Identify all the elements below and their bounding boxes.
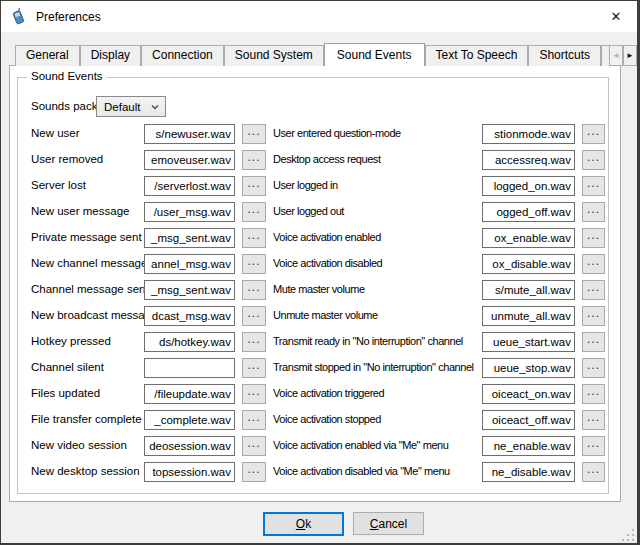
resize-grip[interactable] <box>621 528 634 541</box>
sound-file-input[interactable] <box>144 436 235 456</box>
browse-button[interactable]: ... <box>242 176 266 196</box>
browse-button[interactable]: ... <box>582 176 605 196</box>
tab-sound-events[interactable]: Sound Events <box>324 43 425 66</box>
sounds-pack-select[interactable]: Default <box>96 96 166 117</box>
sound-event-label: Transmit stopped in "No interruption" ch… <box>273 358 482 377</box>
sound-file-input[interactable] <box>144 150 235 170</box>
sound-event-row: Voice activation enabled... <box>273 228 605 254</box>
browse-button[interactable]: ... <box>242 124 266 144</box>
sound-file-input[interactable] <box>482 358 575 378</box>
browse-button[interactable]: ... <box>582 280 605 300</box>
sound-event-row: Server lost... <box>31 176 266 202</box>
sound-event-row: Channel message sent... <box>31 280 266 306</box>
sound-event-row: User logged in... <box>273 176 605 202</box>
sound-event-label: New desktop session <box>31 462 144 481</box>
tab-shortcuts[interactable]: Shortcuts <box>528 45 601 66</box>
sound-file-input[interactable] <box>144 358 235 378</box>
browse-button[interactable]: ... <box>582 254 605 274</box>
sound-event-label: User logged in <box>273 176 482 195</box>
browse-button[interactable]: ... <box>242 358 266 378</box>
browse-button[interactable]: ... <box>582 150 605 170</box>
sound-event-label: New user message <box>31 202 144 221</box>
sound-file-input[interactable] <box>144 254 235 274</box>
sound-event-label: Hotkey pressed <box>31 332 144 351</box>
sound-event-label: User removed <box>31 150 144 169</box>
sound-event-label: User logged out <box>273 202 482 221</box>
sound-file-input[interactable] <box>144 306 235 326</box>
sound-file-input[interactable] <box>482 150 575 170</box>
sound-file-input[interactable] <box>482 384 575 404</box>
browse-button[interactable]: ... <box>242 436 266 456</box>
sound-event-label: New user <box>31 124 144 143</box>
browse-button[interactable]: ... <box>242 462 266 482</box>
tab-scroll-right-icon[interactable]: ► <box>623 45 637 66</box>
sound-file-input[interactable] <box>482 410 575 430</box>
sound-file-input[interactable] <box>482 254 575 274</box>
sound-file-input[interactable] <box>482 436 575 456</box>
browse-button[interactable]: ... <box>582 202 605 222</box>
sound-event-label: Voice activation enabled <box>273 228 482 247</box>
browse-button[interactable]: ... <box>582 124 605 144</box>
sound-file-input[interactable] <box>144 228 235 248</box>
browse-button[interactable]: ... <box>242 384 266 404</box>
browse-button[interactable]: ... <box>582 332 605 352</box>
browse-button[interactable]: ... <box>582 358 605 378</box>
sound-file-input[interactable] <box>144 384 235 404</box>
browse-button[interactable]: ... <box>242 150 266 170</box>
browse-button[interactable]: ... <box>242 228 266 248</box>
browse-button[interactable]: ... <box>582 306 605 326</box>
browse-button[interactable]: ... <box>582 462 605 482</box>
browse-button[interactable]: ... <box>242 254 266 274</box>
sound-file-input[interactable] <box>482 332 575 352</box>
browse-button[interactable]: ... <box>582 410 605 430</box>
browse-button[interactable]: ... <box>582 436 605 456</box>
sound-file-input[interactable] <box>482 228 575 248</box>
sound-file-input[interactable] <box>482 176 575 196</box>
sound-event-label: Channel silent <box>31 358 144 377</box>
tab-sound-system[interactable]: Sound System <box>224 45 324 66</box>
chevron-down-icon <box>150 102 160 112</box>
sounds-pack-label: Sounds pack <box>31 100 98 112</box>
tab-general[interactable]: General <box>15 45 80 66</box>
sound-file-input[interactable] <box>144 410 235 430</box>
sound-event-label: New video session <box>31 436 144 455</box>
browse-button[interactable]: ... <box>242 280 266 300</box>
browse-button[interactable]: ... <box>242 332 266 352</box>
sound-file-input[interactable] <box>482 124 575 144</box>
browse-button[interactable]: ... <box>582 384 605 404</box>
sound-file-input[interactable] <box>144 332 235 352</box>
sound-file-input[interactable] <box>144 280 235 300</box>
tab-connection[interactable]: Connection <box>141 45 224 66</box>
sound-file-input[interactable] <box>482 462 575 482</box>
sound-event-row: Channel silent... <box>31 358 266 384</box>
groupbox-title: Sound Events <box>27 70 107 82</box>
sound-event-row: New broadcast message... <box>31 306 266 332</box>
sound-file-input[interactable] <box>482 202 575 222</box>
browse-button[interactable]: ... <box>242 410 266 430</box>
sound-event-row: Mute master volume... <box>273 280 605 306</box>
sound-event-row: Files updated... <box>31 384 266 410</box>
tab-scroll-left-icon[interactable]: ◄ <box>609 45 623 66</box>
ok-button[interactable]: Ok <box>263 512 344 536</box>
app-icon <box>10 8 27 25</box>
tab-text-to-speech[interactable]: Text To Speech <box>425 45 529 66</box>
sound-event-label: Unmute master volume <box>273 306 482 325</box>
sound-events-right-column: User entered question-mode...Desktop acc… <box>273 124 605 488</box>
sound-event-label: File transfer complete <box>31 410 144 429</box>
sound-file-input[interactable] <box>482 306 575 326</box>
sound-file-input[interactable] <box>144 176 235 196</box>
browse-button[interactable]: ... <box>242 306 266 326</box>
browse-button[interactable]: ... <box>582 228 605 248</box>
sound-file-input[interactable] <box>144 202 235 222</box>
browse-button[interactable]: ... <box>242 202 266 222</box>
sound-event-row: Private message sent... <box>31 228 266 254</box>
cancel-button[interactable]: Cancel <box>353 512 424 535</box>
sound-file-input[interactable] <box>482 280 575 300</box>
sound-event-label: Private message sent <box>31 228 144 247</box>
sound-event-row: User entered question-mode... <box>273 124 605 150</box>
tab-display[interactable]: Display <box>80 45 141 66</box>
sound-file-input[interactable] <box>144 462 235 482</box>
tab-video[interactable]: Video <box>601 45 609 66</box>
sound-file-input[interactable] <box>144 124 235 144</box>
close-icon[interactable]: ✕ <box>595 1 637 32</box>
